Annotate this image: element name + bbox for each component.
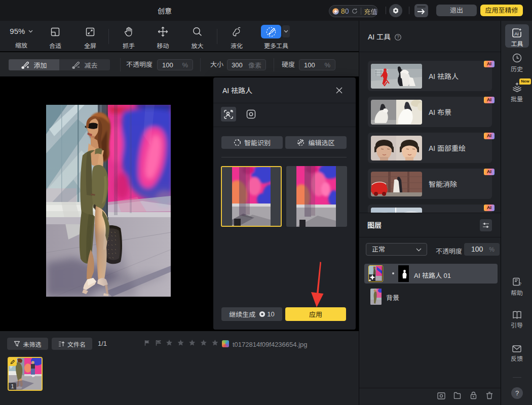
svg-text:?: ? [519,281,521,287]
svg-text:?: ? [397,34,399,39]
svg-text:Ai: Ai [514,31,518,36]
